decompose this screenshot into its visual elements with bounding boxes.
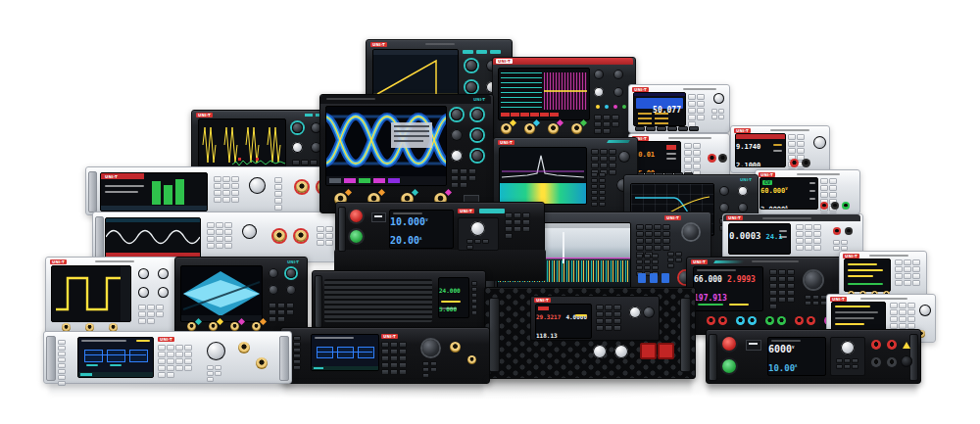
knob — [643, 306, 655, 318]
arrow-button — [675, 252, 682, 257]
keypad-button — [899, 309, 906, 315]
keypad-button — [684, 150, 692, 156]
menu-strip — [121, 266, 130, 321]
uni-t-logo: UNI-T — [287, 259, 299, 264]
secondary-readings — [637, 112, 682, 125]
menu-chip — [809, 198, 815, 200]
keypad-button — [381, 369, 389, 375]
title-text — [869, 255, 908, 257]
panel-button — [662, 245, 670, 251]
lcr-meter: UNI-T — [839, 251, 927, 300]
rack-handle — [489, 298, 500, 372]
usb-port — [746, 340, 761, 351]
num-button — [778, 283, 786, 289]
model-text — [683, 88, 716, 90]
num-button — [591, 190, 598, 195]
num-button — [644, 259, 651, 264]
knob-module — [458, 217, 499, 251]
small-reading — [638, 113, 652, 115]
keypad-button — [688, 108, 696, 114]
keypad-button — [895, 273, 903, 279]
keypad-button — [381, 349, 389, 354]
panel-button — [471, 287, 477, 292]
title-text — [797, 173, 840, 175]
panel-button — [286, 303, 294, 308]
panel-button — [451, 175, 459, 181]
panel-button — [600, 163, 608, 168]
num-button — [599, 196, 606, 201]
red-band-mso-oscilloscope: UNI-T — [492, 57, 636, 141]
panel-button — [836, 358, 843, 363]
screen-header — [736, 134, 785, 139]
num-button — [636, 259, 643, 264]
panel-button — [613, 325, 621, 331]
panel-button — [474, 239, 481, 244]
level-bar — [175, 179, 184, 205]
arrow-button — [718, 115, 724, 119]
am-envelope-waveform — [181, 266, 262, 321]
keypad-button — [158, 358, 166, 364]
panel-button — [609, 149, 616, 155]
frequency-row — [81, 340, 126, 342]
panel-button — [596, 318, 604, 324]
generator-screen — [311, 334, 379, 371]
ch2-led — [605, 105, 609, 109]
reflection — [708, 383, 917, 397]
button-cluster — [451, 168, 484, 188]
keypad-button — [158, 365, 166, 371]
freq-row — [835, 323, 864, 325]
status-chip — [359, 178, 370, 183]
panel-button — [613, 318, 621, 324]
function-button — [635, 126, 645, 131]
status-row — [697, 269, 736, 271]
keypad — [796, 224, 822, 251]
panel-button — [600, 149, 608, 155]
keypad-button — [904, 259, 911, 265]
tag — [86, 364, 98, 366]
status-chip — [80, 373, 92, 376]
rack-ear — [338, 207, 346, 252]
module-buttons — [836, 358, 859, 369]
panel-button — [654, 245, 662, 251]
keypad-button — [399, 342, 407, 348]
panel-button — [594, 128, 602, 134]
block-diagram-box — [129, 350, 148, 362]
input-lo — [845, 227, 853, 235]
stop-button — [722, 337, 736, 351]
bnc-connector — [524, 123, 535, 134]
panel-button — [460, 175, 467, 181]
button-cluster — [269, 303, 298, 322]
keypad-button — [907, 316, 915, 322]
panel-button — [325, 240, 333, 246]
keypad-button — [214, 197, 221, 203]
signal-path — [84, 354, 146, 355]
ch3-led — [613, 105, 617, 109]
panel-button — [591, 163, 599, 168]
panel-button — [805, 301, 811, 306]
keypad-button — [381, 342, 389, 348]
knob — [738, 203, 748, 212]
panel-button — [645, 224, 653, 230]
keypad-button — [899, 303, 906, 308]
bezel-text — [425, 43, 455, 45]
rotary-knob — [422, 340, 439, 356]
arrow-button — [711, 115, 717, 119]
function-row — [635, 126, 704, 131]
source-screen: 9.1740 2.1000 19.32 — [735, 133, 786, 167]
keypad-button — [184, 352, 192, 357]
uni-t-logo: UNI-T — [103, 174, 120, 179]
ch4-led — [622, 105, 626, 109]
num-button — [769, 283, 777, 289]
ch2-marker — [378, 189, 385, 196]
right-buttons — [505, 212, 534, 239]
panel-button — [277, 316, 285, 322]
keypad-button — [912, 280, 920, 286]
lf-output-connector — [256, 357, 268, 369]
teal-slash — [713, 260, 745, 263]
panel-button — [471, 281, 477, 286]
header-text — [326, 98, 375, 100]
panel-button — [317, 226, 324, 232]
keypad-button — [796, 231, 804, 237]
panel-button — [301, 160, 309, 165]
start-button — [722, 359, 736, 373]
